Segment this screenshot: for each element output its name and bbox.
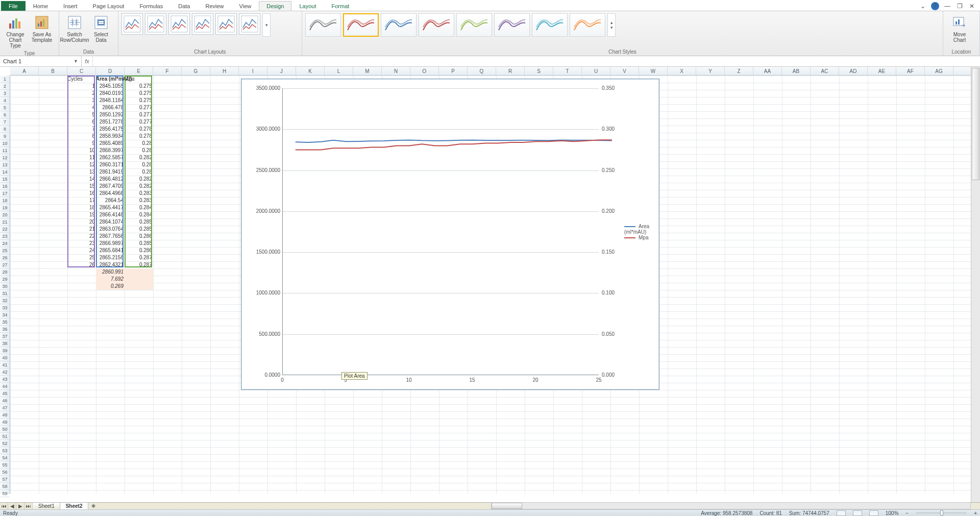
row-header[interactable]: 21 bbox=[0, 218, 10, 226]
column-headers[interactable]: ABCDEFGHIJKLMNOPQRSTUVWXYZAAABACADAEAFAG bbox=[10, 67, 971, 76]
col-header[interactable]: J bbox=[267, 67, 296, 75]
chart-layouts-gallery[interactable]: ▾ bbox=[121, 13, 299, 37]
col-header[interactable]: T bbox=[553, 67, 582, 75]
row-header[interactable]: 6 bbox=[0, 111, 10, 118]
tab-design[interactable]: Design bbox=[259, 1, 291, 11]
row-header[interactable]: 30 bbox=[0, 283, 10, 290]
chart-style-4[interactable] bbox=[419, 13, 454, 37]
row-header[interactable]: 44 bbox=[0, 383, 10, 390]
row-header[interactable]: 13 bbox=[0, 161, 10, 168]
col-header[interactable]: E bbox=[125, 67, 153, 75]
row-header[interactable]: 12 bbox=[0, 154, 10, 161]
chart-style-5[interactable] bbox=[456, 13, 492, 37]
row-header[interactable]: 43 bbox=[0, 376, 10, 383]
move-chart-button[interactable]: Move Chart bbox=[946, 13, 973, 44]
col-header[interactable]: Q bbox=[468, 67, 496, 75]
nav-next-icon[interactable]: ▶ bbox=[16, 503, 24, 509]
row-header[interactable]: 58 bbox=[0, 483, 10, 490]
row-header[interactable]: 3 bbox=[0, 90, 10, 97]
row-header[interactable]: 50 bbox=[0, 426, 10, 433]
chart-style-8[interactable] bbox=[570, 13, 605, 37]
row-header[interactable]: 36 bbox=[0, 326, 10, 333]
row-header[interactable]: 41 bbox=[0, 361, 10, 368]
row-header[interactable]: 32 bbox=[0, 297, 10, 304]
window-minimize-icon[interactable]: — bbox=[943, 2, 951, 10]
help-icon[interactable]: ? bbox=[931, 2, 939, 10]
view-pagebreak-button[interactable] bbox=[869, 510, 878, 516]
chart-layout-1[interactable] bbox=[121, 13, 143, 35]
tab-view[interactable]: View bbox=[232, 1, 259, 11]
tab-insert[interactable]: Insert bbox=[56, 1, 85, 11]
chart-layout-2[interactable] bbox=[145, 13, 166, 35]
row-header[interactable]: 31 bbox=[0, 290, 10, 297]
fx-icon[interactable]: fx bbox=[82, 56, 93, 66]
tab-page-layout[interactable]: Page Layout bbox=[85, 1, 132, 11]
tab-layout[interactable]: Layout bbox=[291, 1, 324, 11]
row-header[interactable]: 17 bbox=[0, 190, 10, 197]
col-header[interactable]: N bbox=[382, 67, 410, 75]
col-header[interactable]: W bbox=[639, 67, 668, 75]
zoom-slider[interactable] bbox=[916, 512, 967, 514]
view-normal-button[interactable] bbox=[837, 510, 846, 516]
view-layout-button[interactable] bbox=[853, 510, 862, 516]
ribbon-minimize-icon[interactable]: ⌄ bbox=[919, 2, 927, 10]
window-restore-icon[interactable]: ❐ bbox=[955, 2, 964, 10]
row-header[interactable]: 34 bbox=[0, 311, 10, 318]
col-header[interactable]: M bbox=[353, 67, 382, 75]
row-header[interactable]: 33 bbox=[0, 304, 10, 311]
zoom-knob[interactable] bbox=[940, 510, 943, 515]
vertical-scrollbar[interactable] bbox=[971, 67, 980, 502]
row-header[interactable]: 45 bbox=[0, 390, 10, 397]
row-header[interactable]: 29 bbox=[0, 276, 10, 283]
row-header[interactable]: 56 bbox=[0, 469, 10, 476]
row-header[interactable]: 22 bbox=[0, 226, 10, 233]
col-header[interactable]: Z bbox=[725, 67, 753, 75]
row-header[interactable]: 19 bbox=[0, 204, 10, 211]
col-header[interactable]: A bbox=[10, 67, 39, 75]
row-header[interactable]: 5 bbox=[0, 104, 10, 111]
row-header[interactable]: 14 bbox=[0, 168, 10, 176]
col-header[interactable]: Y bbox=[696, 67, 725, 75]
col-header[interactable]: S bbox=[525, 67, 553, 75]
col-header[interactable]: AB bbox=[782, 67, 811, 75]
row-header[interactable]: 28 bbox=[0, 268, 10, 276]
row-header[interactable]: 20 bbox=[0, 211, 10, 218]
row-header[interactable]: 8 bbox=[0, 126, 10, 133]
row-header[interactable]: 4 bbox=[0, 97, 10, 104]
zoom-out-button[interactable]: − bbox=[905, 510, 909, 516]
row-header[interactable]: 42 bbox=[0, 368, 10, 376]
chart-layout-5[interactable] bbox=[215, 13, 237, 35]
col-header[interactable]: AF bbox=[896, 67, 925, 75]
row-header[interactable]: 24 bbox=[0, 240, 10, 247]
row-header[interactable]: 38 bbox=[0, 340, 10, 347]
cell[interactable]: 7.692 bbox=[96, 276, 125, 283]
row-header[interactable]: 7 bbox=[0, 118, 10, 126]
row-header[interactable]: 25 bbox=[0, 247, 10, 254]
sheet-tab-sheet2[interactable]: Sheet2 bbox=[60, 503, 88, 509]
switch-row-column-button[interactable]: Switch Row/Column bbox=[62, 13, 87, 44]
col-header[interactable]: R bbox=[496, 67, 525, 75]
col-header[interactable]: V bbox=[610, 67, 639, 75]
save-as-template-button[interactable]: Save As Template bbox=[30, 13, 54, 44]
scrollbar-thumb[interactable] bbox=[492, 503, 522, 509]
row-header[interactable]: 46 bbox=[0, 397, 10, 404]
chart-legend[interactable]: Area (ml*mAU)Mpa bbox=[624, 224, 659, 240]
row-header[interactable]: 39 bbox=[0, 347, 10, 354]
tab-review[interactable]: Review bbox=[198, 1, 231, 11]
nav-prev-icon[interactable]: ◀ bbox=[8, 503, 16, 509]
sheet-tab-sheet1[interactable]: Sheet1 bbox=[33, 503, 60, 509]
change-chart-type-button[interactable]: Change Chart Type bbox=[3, 13, 28, 50]
zoom-level[interactable]: 100% bbox=[886, 510, 899, 516]
row-header[interactable]: 1 bbox=[0, 76, 10, 83]
col-header[interactable]: I bbox=[239, 67, 267, 75]
tab-format[interactable]: Format bbox=[324, 1, 357, 11]
col-header[interactable]: AA bbox=[753, 67, 782, 75]
tab-data[interactable]: Data bbox=[170, 1, 198, 11]
name-box[interactable]: Chart 1 ▼ bbox=[0, 56, 82, 66]
chart-styles-gallery[interactable]: ▴▾ bbox=[305, 13, 940, 37]
legend-item[interactable]: Mpa bbox=[624, 235, 659, 240]
tab-file[interactable]: File bbox=[1, 1, 26, 11]
embedded-chart[interactable]: 0.00000.000500.00000.0501000.00000.10015… bbox=[241, 79, 659, 390]
chart-style-3[interactable] bbox=[381, 13, 416, 37]
scrollbar-thumb[interactable] bbox=[972, 68, 979, 180]
